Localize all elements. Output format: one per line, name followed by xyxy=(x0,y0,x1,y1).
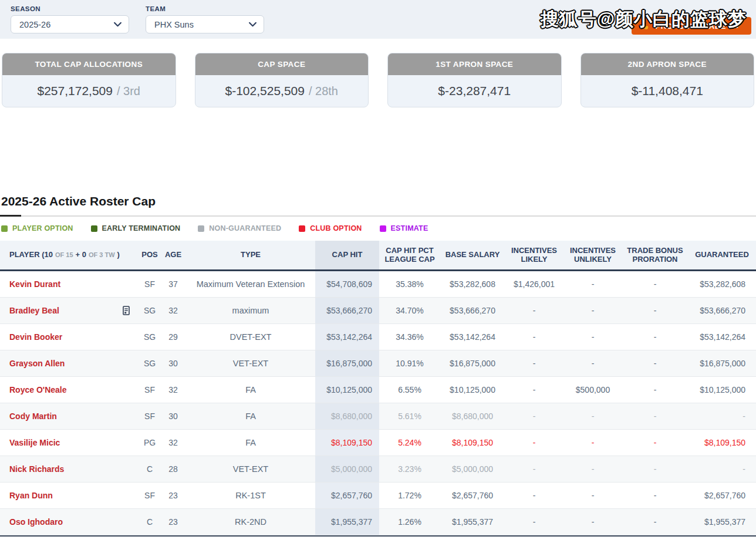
cell-incentives-unlikely: - xyxy=(563,456,622,482)
table-row[interactable]: Kevin Durant SF 37 Maximum Veteran Exten… xyxy=(0,271,756,298)
roster-table: PLAYER (10 OF 15 + 0 OF 3 TW ) POS AGE T… xyxy=(0,241,756,537)
cell-base-salary: $53,142,264 xyxy=(440,324,505,350)
player-name-link[interactable]: Cody Martin xyxy=(9,412,57,421)
team-select[interactable]: PHX Suns xyxy=(146,15,264,33)
legend-label: PLAYER OPTION xyxy=(12,224,73,232)
cell-base-salary: $16,875,000 xyxy=(440,350,505,376)
chevron-down-icon xyxy=(114,22,122,27)
column-header-guaranteed[interactable]: GUARANTEED xyxy=(688,241,756,269)
column-header-age[interactable]: AGE xyxy=(160,241,186,269)
cell-incentives-likely: - xyxy=(505,324,563,350)
player-count: PLAYER (10 xyxy=(9,251,53,259)
cell-cap-hit: $53,666,270 xyxy=(315,298,379,323)
column-header-cap-hit[interactable]: CAP HIT xyxy=(315,241,379,269)
column-header-trade-bonus[interactable]: TRADE BONUS PRORATION xyxy=(622,241,688,269)
table-row[interactable]: Ryan Dunn SF 23 RK-1ST $2,657,760 1.72% … xyxy=(0,483,756,509)
cell-base-salary: $1,955,377 xyxy=(440,509,505,535)
season-filter: SEASON 2025-26 xyxy=(11,5,129,33)
cell-age: 30 xyxy=(160,403,186,429)
cell-incentives-unlikely: - xyxy=(563,271,622,297)
cell-age: 32 xyxy=(160,298,186,323)
column-header-cap-hit-pct[interactable]: CAP HIT PCT LEAGUE CAP xyxy=(379,241,440,269)
player-name-link[interactable]: Bradley Beal xyxy=(9,306,59,315)
watermark-text: 搜狐号@颜小白的篮球梦 xyxy=(541,7,747,32)
cell-trade-bonus: - xyxy=(622,456,688,482)
estimate-swatch-icon xyxy=(380,225,386,232)
cell-base-salary: $10,125,000 xyxy=(440,377,505,403)
cell-type: VET-EXT xyxy=(186,350,315,376)
legend-item-early-termination: EARLY TERMINATION xyxy=(91,224,181,232)
cell-type: FA xyxy=(186,377,315,403)
cell-pos: SG xyxy=(139,350,160,376)
legend-item-non-guaranteed: NON-GUARANTEED xyxy=(198,224,281,232)
two-way-count-of: OF 3 TW xyxy=(89,251,115,259)
cell-incentives-unlikely: - xyxy=(563,350,622,376)
cell-type: FA xyxy=(186,403,315,429)
cell-incentives-likely: - xyxy=(505,403,563,429)
player-name-link[interactable]: Devin Booker xyxy=(9,332,62,342)
card-2nd-apron-space: 2ND APRON SPACE $-11,408,471 xyxy=(580,53,755,107)
card-rank: / 28th xyxy=(309,85,338,98)
column-header-base-salary[interactable]: BASE SALARY xyxy=(440,241,505,269)
cell-trade-bonus: - xyxy=(622,350,688,376)
cell-guaranteed: $2,657,760 xyxy=(688,483,756,508)
player-name-link[interactable]: Ryan Dunn xyxy=(9,491,53,500)
cell-cap-hit-pct: 1.26% xyxy=(379,509,440,535)
cell-base-salary: $8,109,150 xyxy=(440,430,505,456)
column-header-type[interactable]: TYPE xyxy=(186,241,315,269)
table-row[interactable]: Vasilije Micic PG 32 FA $8,109,150 5.24%… xyxy=(0,430,756,456)
cell-age: 37 xyxy=(160,271,186,297)
player-name-link[interactable]: Royce O'Neale xyxy=(9,385,67,394)
table-row[interactable]: Bradley Beal SG 32 maximum $53,666,270 3… xyxy=(0,298,756,324)
cell-player: Grayson Allen xyxy=(0,350,139,376)
team-label: TEAM xyxy=(146,5,264,12)
cell-incentives-unlikely: - xyxy=(563,430,622,456)
player-name-link[interactable]: Oso Ighodaro xyxy=(9,517,63,527)
cell-type: RK-1ST xyxy=(186,483,315,508)
legend-label: ESTIMATE xyxy=(391,224,428,232)
early-termination-swatch-icon xyxy=(91,225,97,232)
cell-cap-hit: $54,708,609 xyxy=(315,271,379,297)
card-cap-space: CAP SPACE $-102,525,509 / 28th xyxy=(195,53,369,107)
card-value: $-23,287,471 xyxy=(438,84,511,98)
cell-incentives-unlikely: - xyxy=(563,403,622,429)
player-name-link[interactable]: Nick Richards xyxy=(9,464,64,474)
cell-player: Ryan Dunn xyxy=(0,483,139,508)
player-name-link[interactable]: Grayson Allen xyxy=(9,359,65,368)
cell-base-salary: $8,680,000 xyxy=(440,403,505,429)
card-value: $-11,408,471 xyxy=(632,84,703,98)
cell-incentives-likely: - xyxy=(505,430,563,456)
season-select[interactable]: 2025-26 xyxy=(11,15,129,33)
cell-age: 28 xyxy=(160,456,186,482)
column-header-player[interactable]: PLAYER (10 OF 15 + 0 OF 3 TW ) xyxy=(0,241,139,269)
cell-incentives-likely: - xyxy=(505,377,563,403)
player-name-link[interactable]: Vasilije Micic xyxy=(9,438,60,447)
cell-cap-hit-pct: 34.36% xyxy=(379,324,440,350)
cell-incentives-unlikely: $500,000 xyxy=(563,377,622,403)
cell-age: 29 xyxy=(160,324,186,350)
cell-cap-hit: $8,680,000 xyxy=(315,403,379,429)
card-total-cap-allocations: TOTAL CAP ALLOCATIONS $257,172,509 / 3rd xyxy=(2,53,176,107)
card-rank: / 3rd xyxy=(117,85,140,98)
two-way-count: + 0 xyxy=(76,251,86,259)
table-row[interactable]: Cody Martin SF 30 FA $8,680,000 5.61% $8… xyxy=(0,403,756,430)
cell-cap-hit-pct: 34.70% xyxy=(379,298,440,323)
table-row[interactable]: Royce O'Neale SF 32 FA $10,125,000 6.55%… xyxy=(0,377,756,403)
column-header-incentives-likely[interactable]: INCENTIVES LIKELY xyxy=(505,241,563,269)
column-header-incentives-unlikely[interactable]: INCENTIVES UNLIKELY xyxy=(563,241,622,269)
cell-age: 30 xyxy=(160,350,186,376)
table-row[interactable]: Oso Ighodaro C 23 RK-2ND $1,955,377 1.26… xyxy=(0,509,756,535)
cell-cap-hit: $8,109,150 xyxy=(315,430,379,456)
non-guaranteed-swatch-icon xyxy=(198,225,204,232)
cell-incentives-unlikely: - xyxy=(563,298,622,323)
cell-player: Cody Martin xyxy=(0,403,139,429)
cell-incentives-unlikely: - xyxy=(563,324,622,350)
cell-cap-hit-pct: 35.38% xyxy=(379,271,440,297)
table-row[interactable]: Nick Richards C 28 VET-EXT $5,000,000 3.… xyxy=(0,456,756,483)
table-row[interactable]: Devin Booker SG 29 DVET-EXT $53,142,264 … xyxy=(0,324,756,350)
column-header-pos[interactable]: POS xyxy=(139,241,160,269)
cell-incentives-likely: - xyxy=(505,298,563,323)
season-select-value: 2025-26 xyxy=(19,20,50,29)
table-row[interactable]: Grayson Allen SG 30 VET-EXT $16,875,000 … xyxy=(0,350,756,377)
player-name-link[interactable]: Kevin Durant xyxy=(9,279,60,289)
